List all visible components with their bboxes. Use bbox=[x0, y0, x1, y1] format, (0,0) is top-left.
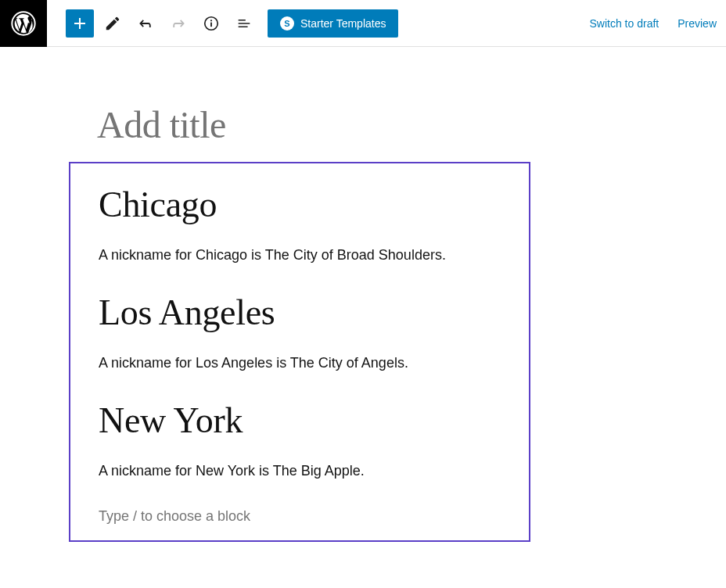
starter-templates-label: Starter Templates bbox=[300, 17, 386, 30]
heading-block[interactable]: New York bbox=[99, 400, 501, 441]
heading-block[interactable]: Chicago bbox=[99, 184, 501, 225]
plus-icon bbox=[70, 14, 89, 33]
post-title-placeholder: Add title bbox=[97, 103, 726, 146]
paragraph-block[interactable]: A nickname for New York is The Big Apple… bbox=[99, 461, 501, 481]
wordpress-icon bbox=[11, 11, 36, 36]
starter-templates-button[interactable]: S Starter Templates bbox=[268, 9, 398, 38]
preview-button[interactable]: Preview bbox=[677, 17, 717, 30]
redo-button[interactable] bbox=[164, 9, 192, 38]
outline-button[interactable] bbox=[230, 9, 258, 38]
editor-canvas: Add title Chicago A nickname for Chicago… bbox=[0, 47, 726, 542]
block-appender-prompt[interactable]: Type / to choose a block bbox=[99, 508, 501, 525]
add-block-button[interactable] bbox=[66, 9, 94, 38]
edit-tools-button[interactable] bbox=[99, 9, 127, 38]
undo-button[interactable] bbox=[131, 9, 160, 38]
paragraph-block[interactable]: A nickname for Los Angeles is The City o… bbox=[99, 353, 501, 373]
list-icon bbox=[235, 15, 253, 32]
info-icon bbox=[203, 15, 220, 32]
svg-rect-3 bbox=[210, 22, 212, 27]
svg-point-2 bbox=[210, 20, 212, 21]
post-title-area[interactable]: Add title bbox=[0, 103, 726, 162]
wordpress-logo[interactable] bbox=[0, 0, 47, 47]
toolbar-left-group: S Starter Templates bbox=[66, 9, 398, 38]
starter-templates-icon: S bbox=[280, 16, 294, 30]
editor-toolbar: S Starter Templates Switch to draft Prev… bbox=[0, 0, 726, 47]
toolbar-right-group: Switch to draft Preview bbox=[590, 17, 717, 30]
switch-to-draft-button[interactable]: Switch to draft bbox=[590, 17, 660, 30]
redo-icon bbox=[170, 15, 187, 32]
paragraph-block[interactable]: A nickname for Chicago is The City of Br… bbox=[99, 246, 501, 265]
selected-block-group[interactable]: Chicago A nickname for Chicago is The Ci… bbox=[69, 162, 530, 542]
undo-icon bbox=[137, 15, 154, 32]
heading-block[interactable]: Los Angeles bbox=[99, 292, 501, 333]
info-button[interactable] bbox=[197, 9, 225, 38]
pencil-icon bbox=[104, 15, 121, 32]
